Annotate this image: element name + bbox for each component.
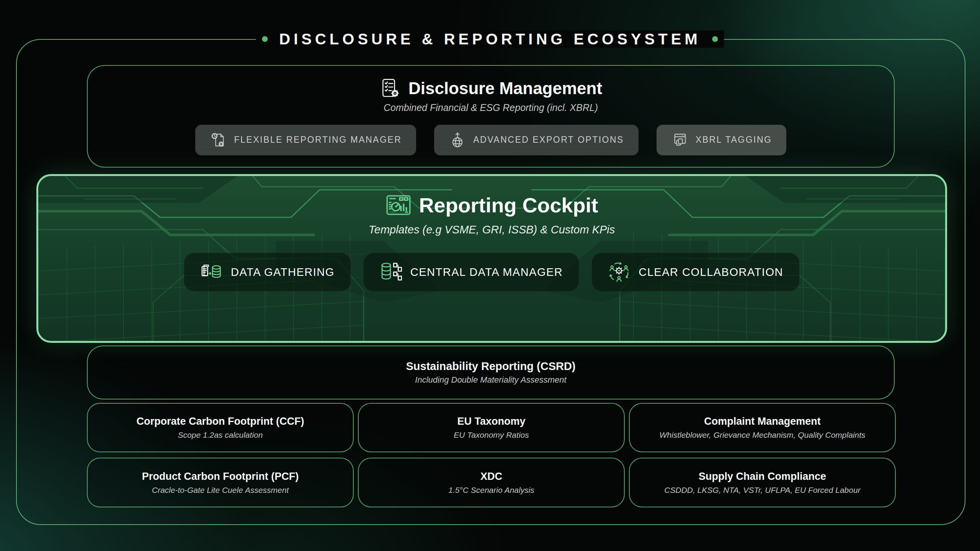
disclosure-management-title: Disclosure Management	[408, 79, 602, 98]
module-product-carbon-footprint: Product Carbon Footprint (PCF) Cracle-to…	[87, 458, 354, 507]
browser-windows-icon	[671, 131, 689, 149]
pill-label: FLEXIBLE REPORTING MANAGER	[234, 135, 402, 145]
csrd-title: Sustainability Reporting (CSRD)	[406, 360, 575, 373]
disclosure-pill-row: FLEXIBLE REPORTING MANAGER ADVANCED EXPO…	[195, 125, 787, 155]
module-subtitle: Whistleblower, Grievance Mechanism, Qual…	[659, 430, 865, 440]
csrd-panel: Sustainability Reporting (CSRD) Includin…	[87, 346, 895, 399]
page-title-band: DISCLOSURE & REPORTING ECOSYSTEM	[256, 31, 724, 48]
module-supply-chain-compliance: Supply Chain Compliance CSDDD, LKSG, NTA…	[629, 458, 896, 507]
reporting-cockpit-content: Reporting Cockpit Templates (e.g VSME, G…	[38, 176, 945, 291]
globe-export-icon	[449, 131, 466, 149]
page-title: DISCLOSURE & REPORTING ECOSYSTEM	[279, 31, 701, 48]
reporting-cockpit-title: Reporting Cockpit	[419, 193, 598, 217]
module-corporate-carbon-footprint: Corporate Carbon Footprint (CCF) Scope 1…	[87, 403, 354, 452]
pill-label: CLEAR COLLABORATION	[639, 266, 783, 279]
document-to-database-icon	[200, 261, 222, 283]
title-left-dot-icon	[262, 36, 268, 42]
pill-flexible-reporting-manager: FLEXIBLE REPORTING MANAGER	[195, 125, 416, 155]
module-subtitle: CSDDD, LKSG, NTA, VSTr, UFLPA, EU Forced…	[664, 486, 860, 495]
disclosure-management-header: Disclosure Management	[379, 78, 602, 99]
module-title: Corporate Carbon Footprint (CCF)	[137, 416, 304, 427]
pill-label: DATA GATHERING	[231, 266, 335, 279]
disclosure-management-subtitle: Combined Financial & ESG Reporting (incl…	[384, 102, 598, 113]
report-clock-gear-icon	[210, 131, 227, 149]
pill-central-data-manager: CENTRAL DATA MANAGER	[364, 253, 579, 291]
checklist-gear-icon	[379, 78, 401, 99]
module-title: EU Taxonomy	[457, 416, 525, 427]
ecosystem-diagram: DISCLOSURE & REPORTING ECOSYSTEM Disclos…	[0, 0, 980, 551]
reporting-cockpit-panel: Reporting Cockpit Templates (e.g VSME, G…	[36, 174, 947, 343]
pill-advanced-export-options: ADVANCED EXPORT OPTIONS	[434, 125, 639, 155]
cockpit-pill-row: DATA GATHERING	[184, 253, 799, 291]
dashboard-icon	[385, 192, 412, 218]
module-title: XDC	[480, 471, 502, 483]
pill-xbrl-tagging: XBRL TAGGING	[657, 125, 787, 155]
module-subtitle: Cracle-to-Gate Lite Cuele Assessment	[152, 486, 289, 495]
module-complaint-management: Complaint Management Whistleblower, Grie…	[629, 403, 896, 452]
disclosure-management-panel: Disclosure Management Combined Financial…	[87, 65, 895, 168]
module-subtitle: Scope 1.2as calculation	[178, 430, 263, 440]
database-nodes-icon	[380, 261, 402, 283]
csrd-subtitle: Including Double Materiality Assessment	[415, 375, 566, 385]
module-eu-taxonomy: EU Taxonomy EU Taxonomy Ratios	[358, 403, 625, 452]
module-subtitle: 1.5°C Scenario Analysis	[448, 486, 534, 495]
pill-label: XBRL TAGGING	[696, 135, 772, 145]
module-subtitle: EU Taxonomy Ratios	[454, 430, 529, 440]
reporting-cockpit-header: Reporting Cockpit	[385, 192, 598, 218]
module-xdc: XDC 1.5°C Scenario Analysis	[358, 458, 625, 507]
title-right-dot-icon	[712, 36, 718, 42]
module-title: Supply Chain Compliance	[699, 471, 826, 483]
reporting-cockpit-subtitle: Templates (e.g VSME, GRI, ISSB) & Custom…	[369, 223, 615, 236]
pill-data-gathering: DATA GATHERING	[184, 253, 351, 291]
module-title: Product Carbon Footprint (PCF)	[142, 471, 299, 483]
module-title: Complaint Management	[704, 416, 821, 427]
pill-label: CENTRAL DATA MANAGER	[410, 266, 563, 279]
pill-label: ADVANCED EXPORT OPTIONS	[473, 135, 624, 145]
people-gear-icon	[608, 261, 630, 283]
pill-clear-collaboration: CLEAR COLLABORATION	[592, 253, 799, 291]
